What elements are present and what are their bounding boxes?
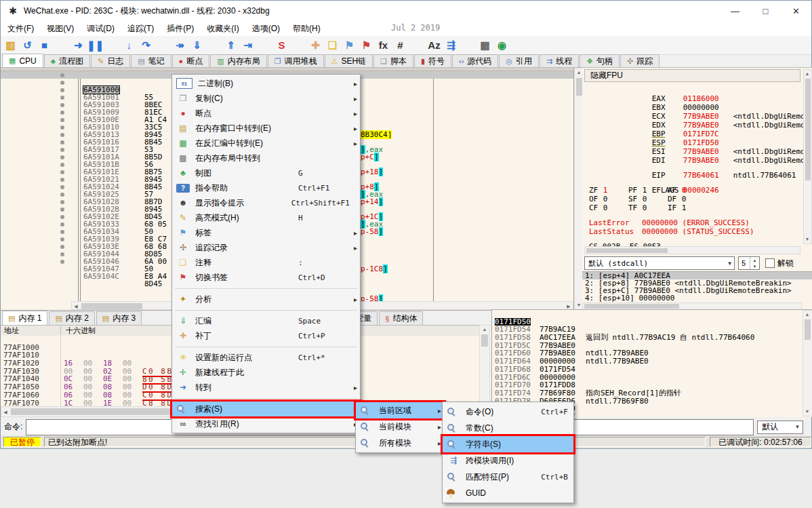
toolbar-button[interactable]: ⇥ xyxy=(239,37,256,54)
toolbar-button[interactable]: Az xyxy=(426,37,443,54)
toolbar-button[interactable] xyxy=(290,37,307,54)
argument-count-spinner[interactable]: 5▲▼ xyxy=(738,256,760,270)
menubar-item[interactable]: 追踪(T) xyxy=(121,22,160,36)
submenu-item[interactable]: 当前区域 ▸ xyxy=(356,402,444,418)
breakpoint-dot-icon[interactable] xyxy=(60,140,64,144)
view-tab[interactable]: ● 断点 xyxy=(172,54,210,67)
context-menu-item[interactable]: ✳ 设置新的运行点 Ctrl+* xyxy=(172,350,360,365)
breakpoint-dot-icon[interactable] xyxy=(60,96,64,100)
breakpoint-dot-icon[interactable] xyxy=(60,118,64,122)
breakpoint-dot-icon[interactable] xyxy=(60,200,64,204)
calling-convention-select[interactable]: 默认 (stdcall)▼ xyxy=(584,256,735,270)
toolbar-button[interactable]: ▥ xyxy=(2,37,19,54)
menubar-item[interactable]: 帮助(H) xyxy=(287,22,327,36)
context-menu-item[interactable]: ▤ 在内存窗口中转到(E) ▸ xyxy=(172,121,360,136)
breakpoint-dot-icon[interactable] xyxy=(60,148,64,152)
menubar-item[interactable]: 调试(D) xyxy=(81,22,121,36)
breakpoint-dot-icon[interactable] xyxy=(60,125,64,130)
unlock-checkbox[interactable]: 解锁 xyxy=(765,258,794,269)
stack-row[interactable]: 0171FD6C 0171FDD8 指向SEH_Record[1]的指针 xyxy=(492,366,812,374)
cpu-flag[interactable]: SF0 xyxy=(628,195,668,203)
breakpoint-dot-icon[interactable] xyxy=(60,252,64,256)
registers-horizontal-scrollbar[interactable] xyxy=(584,246,800,254)
submenu-item[interactable]: 匹配特征(P) Ctrl+B xyxy=(443,469,573,485)
view-tab[interactable]: ▤ 笔记 xyxy=(131,54,171,67)
arguments-panel[interactable]: 1: [esp+4] A0C17EEA2: [esp+8] 77B9ABE0 <… xyxy=(582,271,812,310)
context-menu-item[interactable]: ❐ 复制(C) ▸ xyxy=(172,91,360,106)
toolbar-button[interactable]: ↓ xyxy=(121,37,138,54)
breakpoint-dot-icon[interactable] xyxy=(60,111,64,115)
view-tab[interactable]: ◎ 引用 xyxy=(499,54,539,67)
stack-row[interactable]: 0171FD70 77B69F80 ntdll.77B69F80 xyxy=(492,374,812,382)
stack-row[interactable]: 0171FD60 00000000 xyxy=(492,342,812,350)
toolbar-button[interactable]: ■ xyxy=(36,37,53,54)
breakpoint-dot-icon[interactable] xyxy=(60,193,64,197)
breakpoint-dot-icon[interactable] xyxy=(60,88,64,92)
dump-tab-memory3[interactable]: ▤内存 3 xyxy=(96,311,142,325)
cpu-flag[interactable]: ZF1 xyxy=(589,186,628,195)
breakpoint-dot-icon[interactable] xyxy=(60,155,64,159)
breakpoint-dot-icon[interactable] xyxy=(60,245,64,249)
context-menu-item[interactable]: ✎ 高亮模式(H) H xyxy=(172,210,360,225)
context-menu-item[interactable]: ⇓ 汇编 Space xyxy=(172,313,360,328)
toolbar-button[interactable]: ❚❚ xyxy=(87,37,104,54)
context-menu-item[interactable]: ▩ 在内存布局中转到 xyxy=(172,151,360,165)
toolbar-button[interactable]: ↷ xyxy=(138,37,155,54)
cpu-flag[interactable]: OF0 xyxy=(589,195,628,203)
hide-fpu-button[interactable]: 隐藏FPU xyxy=(584,69,800,82)
maximize-button[interactable]: □ xyxy=(750,1,781,21)
toolbar-button[interactable]: # xyxy=(392,37,409,54)
context-menu-item[interactable]: ⚑ 标签 ▸ xyxy=(172,225,360,240)
cpu-flag[interactable]: DF0 xyxy=(668,195,707,203)
stack-row[interactable]: 0171FD50 77B9AC19 返回到 ntdll.77B9AC19 自 n… xyxy=(492,310,812,318)
breakpoint-dot-icon[interactable] xyxy=(60,208,64,212)
view-tab[interactable]: ♣ 流程图 xyxy=(44,54,90,67)
stack-row[interactable]: 0171FD58 77B9ABE0 ntdll.77B9ABE0 xyxy=(492,326,812,334)
breakpoint-dot-icon[interactable] xyxy=(60,185,64,189)
toolbar-button[interactable]: ⇶ xyxy=(443,37,460,54)
breakpoint-dot-icon[interactable] xyxy=(60,81,64,85)
context-menu-item[interactable]: ▦ 在反汇编中转到(E) ▸ xyxy=(172,136,360,151)
context-menu-item[interactable]: ● 断点 ▸ xyxy=(172,106,360,121)
toolbar-button[interactable]: ➜ xyxy=(70,37,87,54)
breakpoint-dot-icon[interactable] xyxy=(60,260,64,264)
menubar-item[interactable]: 视图(V) xyxy=(41,22,80,36)
menubar-item[interactable]: 插件(P) xyxy=(161,22,200,36)
stack-row[interactable]: 0171FD64 0171FD54 xyxy=(492,349,812,357)
toolbar-button[interactable] xyxy=(53,37,70,54)
context-menu-item[interactable]: ⚑ 切换书签 Ctrl+D xyxy=(172,270,360,285)
cpu-flag[interactable]: TF0 xyxy=(628,203,668,212)
breakpoint-dot-icon[interactable] xyxy=(60,230,64,234)
breakpoint-dot-icon[interactable] xyxy=(60,178,64,182)
menubar-item[interactable]: 文件(F) xyxy=(1,22,40,36)
breakpoint-dot-icon[interactable] xyxy=(60,237,64,241)
stack-vertical-scrollbar[interactable]: ▲▼ xyxy=(803,310,812,416)
view-tab[interactable]: ❏ 脚本 xyxy=(373,54,413,67)
context-menu-item[interactable] xyxy=(172,307,360,313)
cpu-flag[interactable]: IF1 xyxy=(668,203,707,212)
submenu-item[interactable]: 命令(O) Ctrl+F xyxy=(443,404,573,420)
context-menu-item[interactable]: ☻ 显示指令提示 Ctrl+Shift+F1 xyxy=(172,195,360,210)
context-menu-item[interactable] xyxy=(172,395,360,402)
context-menu-item[interactable]: ♣ 制图 G xyxy=(172,165,360,180)
argument-row[interactable]: 4: [esp+10] 00000000 xyxy=(582,294,812,302)
context-menu-item[interactable]: ✚ 补丁 Ctrl+P xyxy=(172,328,360,343)
command-profile-select[interactable]: 默认▼ xyxy=(757,421,803,434)
breakpoint-dot-icon[interactable] xyxy=(60,133,64,137)
toolbar-button[interactable]: ⚑ xyxy=(341,37,358,54)
view-tab[interactable]: ✎ 日志 xyxy=(91,54,130,67)
context-menu-item[interactable] xyxy=(172,343,360,350)
view-tab[interactable]: ⇉ 线程 xyxy=(540,54,579,67)
stack-row[interactable]: 0171FD5C 77B9ABE0 ntdll.77B9ABE0 xyxy=(492,334,812,342)
toolbar-button[interactable]: ⇓ xyxy=(188,37,205,54)
toolbar-button[interactable] xyxy=(256,37,273,54)
toolbar-button[interactable]: S xyxy=(273,37,290,54)
close-button[interactable]: ✕ xyxy=(781,1,811,21)
context-menu-item[interactable]: ✛ 新建线程于此 xyxy=(172,365,360,380)
submenu-item[interactable]: 字符串(S) xyxy=(443,436,573,452)
submenu-item[interactable]: 所有模块 ▸ xyxy=(356,435,444,451)
breakpoint-dot-icon[interactable] xyxy=(60,163,64,167)
toolbar-button[interactable]: ⇑ xyxy=(222,37,239,54)
toolbar-button[interactable]: ↠ xyxy=(171,37,188,54)
view-tab[interactable]: ▥ 内存布局 xyxy=(210,54,266,67)
